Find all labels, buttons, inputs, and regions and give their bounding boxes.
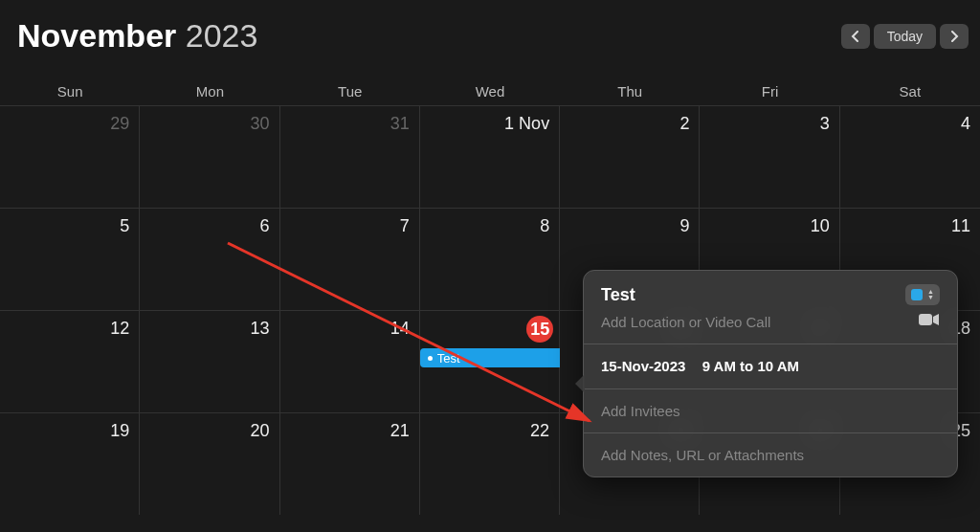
popover-datetime-section[interactable]: 15-Nov-2023 9 AM to 10 AM	[584, 344, 957, 389]
calendar-cell[interactable]: 30	[140, 105, 279, 208]
calendar-cell[interactable]: 13	[140, 310, 279, 412]
dow-label: Fri	[700, 83, 839, 100]
day-of-week-row: Sun Mon Tue Wed Thu Fri Sat	[0, 64, 980, 105]
nav-controls: Today	[841, 24, 970, 49]
month-year-title: November 2023	[17, 17, 257, 55]
event-date: 15-Nov-2023	[601, 358, 685, 374]
dow-label: Wed	[420, 83, 560, 100]
prev-month-button[interactable]	[841, 24, 870, 49]
calendar-cell[interactable]: 5	[0, 208, 140, 310]
calendar-cell[interactable]: 7	[280, 208, 420, 310]
chevron-right-icon	[950, 31, 959, 42]
day-number: 8	[540, 216, 549, 236]
event-popover: Test ▲▼ Add Location or Video Call 15-No…	[583, 270, 958, 477]
day-number: 20	[251, 421, 270, 441]
day-number: 21	[390, 421, 410, 441]
day-number: 12	[110, 319, 129, 339]
dow-label: Sun	[0, 83, 140, 100]
notes-field: Add Notes, URL or Attachments	[601, 447, 940, 463]
day-number: 2	[679, 114, 689, 134]
event-title[interactable]: Test	[601, 285, 635, 305]
calendar-cell[interactable]: 31	[280, 105, 420, 208]
location-field[interactable]: Add Location or Video Call	[601, 314, 770, 330]
day-number: 7	[400, 216, 410, 236]
video-icon[interactable]	[919, 313, 940, 330]
day-number: 5	[120, 216, 129, 236]
event-dot	[428, 356, 433, 361]
popover-notes-section[interactable]: Add Notes, URL or Attachments	[584, 433, 957, 477]
svg-rect-0	[919, 314, 932, 325]
stepper-icon: ▲▼	[927, 289, 934, 300]
day-number: 30	[251, 114, 270, 134]
chevron-left-icon	[851, 31, 859, 42]
day-number: 10	[811, 216, 830, 236]
calendar-cell[interactable]: 14	[280, 310, 420, 412]
calendar-cell[interactable]: 4	[840, 105, 980, 208]
day-number: 6	[260, 216, 270, 236]
day-number: 13	[251, 319, 270, 339]
day-number: 29	[110, 114, 129, 134]
calendar-color-swatch	[911, 289, 923, 300]
next-month-button[interactable]	[940, 24, 969, 49]
popover-header-section: Test ▲▼ Add Location or Video Call	[584, 271, 957, 344]
month-label: November	[17, 17, 176, 54]
dow-label: Sat	[840, 83, 980, 100]
calendar-cell[interactable]: 2	[560, 105, 700, 208]
calendar-cell[interactable]: 8	[420, 208, 560, 310]
day-number: 14	[390, 319, 410, 339]
calendar-selector[interactable]: ▲▼	[905, 284, 940, 305]
today-marker: 15	[526, 316, 553, 343]
event-chip-label: Test	[437, 351, 460, 366]
day-number: 4	[961, 114, 970, 134]
dow-label: Mon	[140, 83, 279, 100]
year-label: 2023	[186, 17, 258, 54]
calendar-cell[interactable]: 21	[280, 412, 420, 515]
invitees-field: Add Invitees	[601, 403, 940, 419]
event-time: 9 AM to 10 AM	[702, 358, 799, 374]
today-button[interactable]: Today	[874, 24, 936, 49]
calendar-cell[interactable]: 6	[140, 208, 279, 310]
event-chip[interactable]: Test	[420, 348, 560, 367]
dow-label: Tue	[280, 83, 420, 100]
calendar-cell[interactable]: 22	[420, 412, 560, 515]
calendar-cell[interactable]: 1 Nov	[420, 105, 560, 208]
day-number: 11	[951, 216, 970, 236]
calendar-header: November 2023 Today	[0, 0, 980, 64]
dow-label: Thu	[560, 83, 700, 100]
day-number: 9	[679, 216, 689, 236]
calendar-cell[interactable]: 3	[700, 105, 839, 208]
day-number: 3	[820, 114, 830, 134]
day-number: 19	[110, 421, 129, 441]
calendar-cell[interactable]: 29	[0, 105, 140, 208]
day-number: 1 Nov	[504, 114, 549, 134]
day-number: 22	[530, 421, 549, 441]
calendar-cell[interactable]: 20	[140, 412, 279, 515]
calendar-cell[interactable]: 15Test	[420, 310, 560, 412]
day-number: 31	[390, 114, 410, 134]
calendar-cell[interactable]: 19	[0, 412, 140, 515]
popover-caret	[575, 374, 585, 393]
popover-invitees-section[interactable]: Add Invitees	[584, 389, 957, 433]
calendar-cell[interactable]: 12	[0, 310, 140, 412]
